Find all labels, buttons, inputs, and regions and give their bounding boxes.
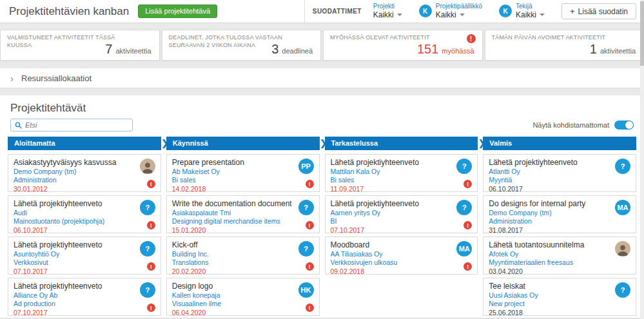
kanban-card[interactable]: Lähetä projektiyhteenveto Audi Mainostuo… [8, 195, 161, 233]
overdue-icon: ! [306, 304, 314, 312]
card-project-link[interactable]: New project [489, 300, 630, 308]
kanban-card[interactable]: Kick-off Building Inc. Translations 20.0… [166, 237, 320, 275]
card-company-link[interactable]: Demo Company (tm) [14, 168, 155, 176]
search-input[interactable] [25, 121, 128, 129]
add-filter-button[interactable]: +Lisää suodatin [561, 3, 636, 19]
card-company-link[interactable]: Atlantti Oy [489, 168, 630, 176]
kanban-card[interactable]: Moodboard AA Tiliasiakas Oy Verkkosivuje… [325, 237, 478, 275]
card-title: Lähetä projektiyhteenveto [14, 199, 155, 208]
assignee-avatar: ? [615, 282, 630, 298]
card-project-link[interactable]: Verkkosivujen ulkoasu [331, 258, 473, 267]
card-project-link[interactable]: Mainostuotanto (projektipohja) [14, 217, 155, 226]
add-filter-label: Lisää suodatin [578, 7, 628, 16]
show-unassigned-toggle[interactable] [614, 121, 634, 130]
card-project-link[interactable]: Bi sales [172, 176, 314, 184]
column-header-label: Tarkastelussa [331, 139, 378, 147]
kanban-card[interactable]: Design logo Kallen konepaja Visuaalinen … [166, 278, 320, 316]
assignee-avatar: ? [298, 241, 314, 256]
card-project-link[interactable]: BI [331, 217, 473, 226]
search-box[interactable] [10, 119, 133, 131]
filter-assignee-value: Kaikki [516, 10, 536, 19]
kanban-card[interactable]: Lähetä projektiyhteenveto Alliance Oy Ab… [8, 278, 161, 316]
card-due-date: 06.10.2017 [14, 226, 155, 235]
board-title: Projektitehtävät [10, 102, 638, 115]
card-title: Prepare presentation [172, 158, 314, 167]
show-unassigned-label: Näytä kohdistamattomat [532, 121, 609, 129]
assignee-avatar: ? [298, 200, 314, 215]
person-icon [616, 243, 630, 256]
card-project-link[interactable]: Myyntiä [489, 176, 630, 184]
column-chevron-icon: ❯ [478, 137, 485, 150]
filter-project-label: Projekti [373, 3, 402, 10]
stat-label: TÄMÄN PÄIVÄN AVOIMET AKTIVITEETIT [492, 34, 617, 42]
card-project-link[interactable]: Ad production [14, 300, 155, 308]
card-company-link[interactable]: Audi [14, 209, 155, 217]
column-cards: Lähetä projektiyhteenveto Atlantti Oy My… [483, 154, 636, 316]
card-title: Lähetä projektiyhteenveto [331, 199, 473, 208]
card-company-link[interactable]: Mattilan Kala Oy [331, 168, 473, 176]
kanban-column: Aloittamatta Asiakastyytyväisyys kasvuss… [8, 137, 161, 318]
card-due-date: 14.02.2018 [172, 185, 314, 193]
kanban-card[interactable]: Write the documentation document Asiakas… [166, 195, 320, 233]
card-title: Do designs for internal party [489, 199, 630, 208]
card-project-link[interactable]: Bi sales [331, 176, 473, 184]
card-company-link[interactable]: Aarnen yritys Oy [331, 209, 473, 217]
filter-project[interactable]: Projekti Kaikki [373, 3, 402, 19]
kanban-card[interactable]: Prepare presentation Ab Makeiset Oy Bi s… [166, 154, 320, 192]
card-project-link[interactable]: Myyntimateriaalien freesaus [489, 258, 630, 267]
column-chevron-icon: ❯ [320, 137, 327, 150]
card-due-date: 31.08.2017 [489, 226, 630, 235]
card-company-link[interactable]: Demo Company (tm) [489, 209, 630, 217]
kanban-card[interactable]: Lähetä projektiyhteenveto Atlantti Oy My… [483, 154, 636, 192]
assignee-avatar [615, 241, 630, 256]
card-title: Lähetä projektiyhteenveto [489, 158, 630, 167]
column-header: ❯ Valmis [483, 137, 636, 150]
card-project-link[interactable]: Translations [172, 258, 314, 267]
scrollbar-thumb[interactable] [640, 1, 644, 66]
card-company-link[interactable]: Uusi Asiakas Oy [489, 291, 630, 300]
card-company-link[interactable]: AA Tiliasiakas Oy [331, 250, 473, 258]
card-project-link[interactable]: Designing digital merchandise items [172, 217, 314, 226]
card-due-date: 25.06.2018 [489, 309, 630, 317]
card-title: Lähetä projektiyhteenveto [331, 158, 473, 167]
card-project-link[interactable]: Visuaalinen ilme [172, 300, 314, 308]
resource-allocations-expander[interactable]: › Resurssiallokaatiot [0, 68, 644, 88]
card-company-link[interactable]: Building Inc. [172, 250, 314, 258]
card-due-date: 07.10.2017 [14, 267, 155, 276]
page-title: Projektitehtävien kanban [9, 5, 129, 18]
card-title: Lähetä tuotantosuunnitelma [489, 240, 630, 249]
card-project-link[interactable]: Administration [14, 176, 155, 184]
stat-unit: myöhässä [442, 47, 474, 55]
card-company-link[interactable]: Asiakaspalaute Tmi [172, 209, 314, 217]
kanban-card[interactable]: Asiakastyytyväisyys kasvussa Demo Compan… [8, 154, 161, 192]
card-due-date: 03.04.2020 [489, 267, 630, 276]
card-title: Asiakastyytyväisyys kasvussa [14, 158, 155, 167]
scrollbar[interactable] [640, 0, 644, 319]
overdue-icon: ! [147, 304, 155, 312]
card-company-link[interactable]: Afotek Oy [489, 250, 630, 258]
filter-assignee[interactable]: K Tekijä Kaikki [499, 3, 545, 19]
column-header: ❯ Tarkastelussa [325, 137, 478, 150]
stat-value: 3 [271, 42, 278, 57]
kanban-column: ❯ Käynnissä Prepare presentation Ab Make… [166, 137, 320, 318]
card-company-link[interactable]: Ab Makeiset Oy [172, 168, 314, 176]
card-company-link[interactable]: Asuntoyhtiö Oy [14, 250, 155, 258]
kanban-card[interactable]: Tee leiskat Uusi Asiakas Oy New project … [483, 278, 636, 316]
kanban-card[interactable]: Lähetä projektiyhteenveto Aarnen yritys … [325, 195, 478, 233]
add-task-button[interactable]: Lisää projektitehtävä [138, 5, 217, 18]
top-header: Projektitehtävien kanban Lisää projektit… [0, 0, 644, 23]
chevron-down-icon [460, 14, 465, 16]
kanban-card[interactable]: Lähetä tuotantosuunnitelma Afotek Oy Myy… [483, 237, 636, 275]
filter-project-manager[interactable]: K Projektipäällikkö Kaikki [419, 3, 482, 19]
kanban-card[interactable]: Lähetä projektiyhteenveto Mattilan Kala … [325, 154, 478, 192]
kanban-card[interactable]: Lähetä projektiyhteenveto Asuntoyhtiö Oy… [8, 237, 161, 275]
card-project-link[interactable]: Verkkosivut [14, 258, 155, 267]
card-company-link[interactable]: Kallen konepaja [172, 291, 314, 300]
card-company-link[interactable]: Alliance Oy Ab [14, 291, 155, 300]
card-project-link[interactable]: Administration [489, 217, 630, 226]
card-due-date: 07.10.2017 [331, 226, 473, 235]
assignee-avatar [140, 159, 155, 174]
kanban-card[interactable]: Do designs for internal party Demo Compa… [483, 195, 636, 233]
column-header-label: Aloittamatta [14, 139, 55, 147]
column-cards: Prepare presentation Ab Makeiset Oy Bi s… [166, 154, 320, 316]
